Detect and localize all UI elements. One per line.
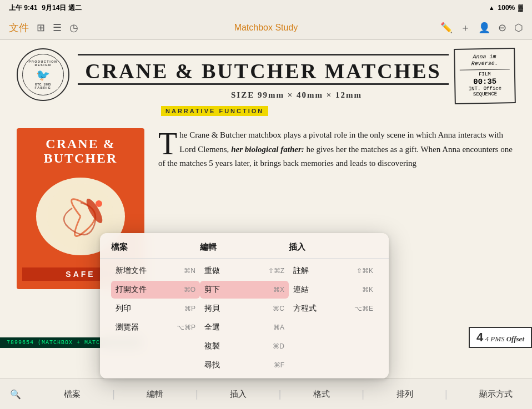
- menu-header-edit: 編輯: [200, 242, 289, 253]
- person-icon[interactable]: 👤: [478, 22, 490, 34]
- document-title: Matchbox Study: [234, 23, 298, 33]
- menu-item-browser-label: 瀏覽器: [116, 322, 139, 332]
- menu-item-link-label: 連結: [293, 285, 309, 295]
- menu-item-print[interactable]: 列印 ⌘P: [111, 300, 200, 317]
- menu-item-open-doc[interactable]: 打開文件 ⌘O: [111, 281, 200, 299]
- list-icon[interactable]: ☰: [53, 22, 62, 34]
- bottom-search[interactable]: 🔍: [0, 389, 44, 400]
- menu-item-equation-shortcut: ⌥⌘E: [354, 305, 373, 312]
- logo-top-text: PRODUCTIONDESIGN: [29, 60, 58, 67]
- film-card: Anna im Reverse. FILM 00:35 INT. Office …: [454, 48, 516, 104]
- pencil-icon[interactable]: ✏️: [440, 22, 453, 34]
- drop-cap: T: [158, 132, 177, 156]
- title-bottom-line: [78, 83, 449, 85]
- tab-arrange[interactable]: 排列: [390, 385, 420, 404]
- menu-item-select-all-label: 全選: [204, 322, 220, 332]
- title-top-line: [78, 54, 449, 55]
- minus-circle-icon[interactable]: ⊖: [498, 22, 506, 34]
- file-icon[interactable]: 文件: [9, 21, 29, 34]
- document-main-title: Crane & Butcher Matches: [78, 59, 449, 83]
- menu-item-annotation-shortcut: ⇧⌘K: [357, 267, 373, 275]
- logo-bottom-text: FABRIG: [35, 86, 52, 89]
- menu-item-browser[interactable]: 瀏覽器 ⌥⌘P: [111, 319, 200, 336]
- tab-insert[interactable]: 插入: [223, 385, 253, 404]
- menu-item-equation[interactable]: 方程式 ⌥⌘E: [289, 300, 378, 317]
- share-icon[interactable]: ⬡: [514, 22, 523, 34]
- svg-point-2: [96, 200, 102, 207]
- menu-item-new-doc-shortcut: ⌘N: [184, 267, 195, 275]
- italic-text: her biological father:: [231, 145, 304, 154]
- matchbox-brand: CRANE &BUTCHER: [44, 137, 118, 166]
- tab-view[interactable]: 顯示方式: [473, 385, 519, 404]
- wifi-icon: ▲: [489, 4, 495, 11]
- menu-item-annotation-label: 註解: [293, 266, 309, 276]
- menu-item-cut-label: 剪下: [204, 285, 220, 295]
- pms-label: 4 4 PMS Offset: [469, 327, 532, 348]
- film-card-divider: [460, 69, 510, 70]
- tab-divider-3: |: [279, 388, 282, 400]
- menu-header-file: 檔案: [111, 242, 200, 253]
- tab-divider-1: |: [112, 388, 115, 400]
- menu-item-print-label: 列印: [116, 304, 131, 314]
- film-card-title: Anna im Reverse.: [459, 53, 509, 68]
- tab-file[interactable]: 檔案: [57, 385, 87, 404]
- menu-item-new-doc-label: 新增文件: [116, 266, 147, 276]
- menu-header: 檔案 編輯 插入: [100, 242, 389, 259]
- status-date: 9月14日 週二: [42, 3, 81, 13]
- toolbar-right: ✏️ ＋ 👤 ⊖ ⬡: [440, 21, 523, 34]
- status-left: 上午 9:41 9月14日 週二: [9, 3, 82, 13]
- toolbar: 文件 ⊞ ☰ ◷ Matchbox Study ✏️ ＋ 👤 ⊖ ⬡: [0, 16, 532, 40]
- menu-col-file: 新增文件 ⌘N 打開文件 ⌘O 列印 ⌘P 瀏覽器 ⌥⌘P: [111, 262, 200, 374]
- menu-item-annotation[interactable]: 註解 ⇧⌘K: [289, 262, 378, 280]
- bottom-bar-inner: 🔍 檔案 | 編輯 | 插入 | 格式 | 排列 | 顯示方式: [0, 385, 532, 404]
- menu-item-copy[interactable]: 拷貝 ⌘C: [200, 300, 289, 317]
- menu-col-insert: 註解 ⇧⌘K 連結 ⌘K 方程式 ⌥⌘E: [289, 262, 378, 374]
- menu-item-duplicate[interactable]: 複製 ⌘D: [200, 337, 289, 355]
- logo-bird-icon: 🐦: [36, 68, 51, 82]
- status-bar: 上午 9:41 9月14日 週二 ▲ 100% ▓: [0, 0, 532, 16]
- tab-divider-5: |: [445, 388, 448, 400]
- menu-item-browser-shortcut: ⌥⌘P: [177, 324, 195, 331]
- menu-item-link[interactable]: 連結 ⌘K: [289, 281, 378, 299]
- menu-rows: 新增文件 ⌘N 打開文件 ⌘O 列印 ⌘P 瀏覽器 ⌥⌘P 重做 ⇧⌘Z: [100, 262, 389, 374]
- tab-divider-4: |: [362, 388, 364, 400]
- menu-item-redo[interactable]: 重做 ⇧⌘Z: [200, 262, 289, 280]
- bottom-tabs: 檔案 | 編輯 | 插入 | 格式 | 排列 | 顯示方式: [44, 385, 532, 404]
- battery-status: 100%: [498, 4, 515, 12]
- pms-text: 4 PMS: [485, 335, 504, 343]
- context-menu: 檔案 編輯 插入 新增文件 ⌘N 打開文件 ⌘O 列印 ⌘P 瀏覽器 ⌥⌘P: [100, 233, 389, 378]
- narrative-paragraph: T he Crane & Butcher matchbox plays a pi…: [158, 128, 515, 171]
- menu-item-select-all[interactable]: 全選 ⌘A: [200, 319, 289, 336]
- pms-number: 4: [476, 330, 483, 344]
- bottom-bar: 🔍 檔案 | 編輯 | 插入 | 格式 | 排列 | 顯示方式: [0, 378, 532, 409]
- pms-suffix: Offset: [506, 335, 524, 343]
- tab-divider-2: |: [195, 388, 198, 400]
- document-title-area: Crane & Butcher Matches: [17, 51, 515, 85]
- menu-item-redo-label: 重做: [204, 266, 220, 276]
- menu-item-copy-shortcut: ⌘C: [273, 305, 284, 312]
- menu-item-cut[interactable]: 剪下 ⌘X: [200, 281, 289, 299]
- film-card-sequence: SEQUENCE: [460, 91, 510, 98]
- menu-item-new-doc[interactable]: 新增文件 ⌘N: [111, 262, 200, 280]
- menu-item-duplicate-shortcut: ⌘D: [273, 342, 284, 350]
- logo-inner: PRODUCTIONDESIGN 🐦 ETC. 1985 FABRIG: [22, 54, 64, 95]
- menu-item-copy-label: 拷貝: [204, 304, 220, 314]
- plus-icon[interactable]: ＋: [460, 21, 470, 34]
- menu-item-find[interactable]: 尋找 ⌘F: [200, 356, 289, 374]
- menu-header-insert: 插入: [289, 242, 378, 253]
- status-right: ▲ 100% ▓: [489, 4, 523, 12]
- search-icon[interactable]: 🔍: [10, 389, 21, 400]
- status-time: 上午 9:41: [9, 3, 37, 13]
- menu-item-redo-shortcut: ⇧⌘Z: [268, 267, 284, 275]
- clock-icon[interactable]: ◷: [69, 22, 78, 34]
- tab-format[interactable]: 格式: [307, 385, 337, 404]
- menu-item-select-all-shortcut: ⌘A: [273, 324, 284, 331]
- menu-item-print-shortcut: ⌘P: [184, 305, 195, 312]
- sidebar-icon[interactable]: ⊞: [37, 22, 45, 34]
- tab-edit[interactable]: 編輯: [140, 385, 170, 404]
- menu-item-cut-shortcut: ⌘X: [273, 286, 284, 294]
- menu-col-edit: 重做 ⇧⌘Z 剪下 ⌘X 拷貝 ⌘C 全選 ⌘A 複製 ⌘D 尋找 ⌘F: [200, 262, 289, 374]
- menu-item-link-shortcut: ⌘K: [362, 286, 373, 294]
- menu-item-open-doc-label: 打開文件: [116, 285, 147, 295]
- menu-item-find-shortcut: ⌘F: [274, 361, 284, 369]
